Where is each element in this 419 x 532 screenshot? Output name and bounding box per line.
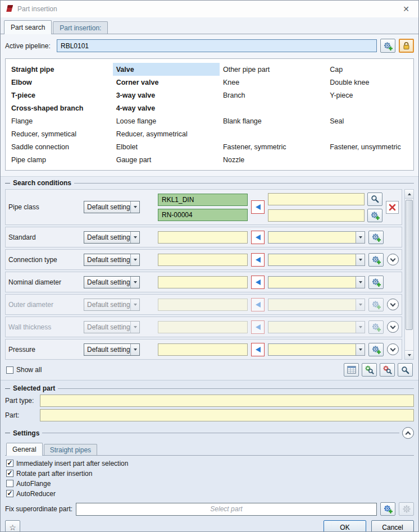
- part-cell-corner-valve[interactable]: Corner valve: [113, 76, 220, 89]
- part-type-input[interactable]: [40, 395, 414, 407]
- part-cell-knee[interactable]: Knee: [220, 76, 326, 89]
- part-cell-nozzle[interactable]: Nozzle: [220, 153, 326, 166]
- part-cell-elbolet[interactable]: Elbolet: [113, 140, 220, 153]
- connection-type-value-input[interactable]: [158, 254, 248, 266]
- lock-pipeline-button[interactable]: [399, 39, 414, 53]
- pressure-transfer-button[interactable]: [251, 343, 265, 356]
- standard-value-input[interactable]: [158, 231, 248, 244]
- nominal-diameter-select-combo[interactable]: [268, 276, 365, 288]
- part-input[interactable]: [40, 409, 414, 421]
- nominal-diameter-transfer-button[interactable]: [251, 276, 265, 289]
- part-cell-cross-shaped-branch[interactable]: Cross-shaped branch: [8, 102, 113, 114]
- standard-transfer-button[interactable]: [251, 231, 265, 244]
- nominal-diameter-value-input[interactable]: [158, 276, 248, 288]
- part-cell-blank-flange[interactable]: Blank flange: [220, 114, 326, 127]
- part-cell-valve[interactable]: Valve: [113, 63, 220, 76]
- connection-type-transfer-button[interactable]: [251, 253, 265, 267]
- connection-type-select-combo[interactable]: [268, 254, 365, 266]
- part-cell-loose-flange[interactable]: Loose flange: [113, 114, 220, 127]
- part-cell-y-piece[interactable]: Y-piece: [326, 89, 411, 102]
- connection-type-setting-combo[interactable]: Default setting: [84, 254, 140, 266]
- pipe-class-value-2[interactable]: [158, 209, 248, 221]
- cancel-button[interactable]: Cancel: [371, 520, 414, 531]
- remove-pipe-class-button[interactable]: [386, 201, 399, 214]
- pipe-class-setting-combo[interactable]: Default setting: [84, 201, 140, 213]
- part-cell-reducer-asymmetrical[interactable]: Reducer, asymmetrical: [113, 127, 220, 140]
- arrow-left-icon: [256, 347, 261, 352]
- search-row-wall-thickness: Wall thickness Default setting: [5, 317, 402, 337]
- outer-diameter-expand-button[interactable]: [387, 299, 399, 310]
- part-cell-straight-pipe[interactable]: Straight pipe: [8, 63, 113, 76]
- scroll-track[interactable]: [405, 199, 413, 350]
- pressure-select-combo[interactable]: [268, 343, 365, 356]
- collapse-settings-button[interactable]: [402, 427, 414, 439]
- fix-part-select-button[interactable]: [380, 502, 395, 516]
- pipe-class-search-input-2[interactable]: [268, 209, 365, 222]
- nominal-diameter-setting-combo[interactable]: Default setting: [84, 276, 140, 288]
- standard-setting-combo[interactable]: Default setting: [84, 231, 140, 244]
- active-pipeline-input[interactable]: [57, 39, 377, 52]
- part-table-button[interactable]: [344, 363, 359, 377]
- connection-type-expand-button[interactable]: [387, 254, 399, 265]
- show-all-checkbox[interactable]: ✓ Show all: [6, 365, 42, 375]
- start-search-button[interactable]: [398, 363, 413, 377]
- wall-thickness-select-combo: [268, 321, 365, 333]
- search-settings-green-button[interactable]: [362, 363, 377, 377]
- part-cell-4-way-valve[interactable]: 4-way valve: [113, 102, 220, 114]
- new-pipeline-button[interactable]: [380, 39, 395, 53]
- fix-part-settings-button: [399, 502, 414, 516]
- pressure-value-input[interactable]: [158, 343, 248, 356]
- part-cell-saddle-connection[interactable]: Saddle connection: [8, 140, 113, 153]
- tab-part-search[interactable]: Part search: [4, 20, 52, 34]
- part-cell-pipe-clamp[interactable]: Pipe clamp: [8, 153, 113, 166]
- pressure-expand-button[interactable]: [387, 343, 399, 355]
- ok-button[interactable]: OK: [324, 520, 366, 531]
- favorites-button[interactable]: ☆: [5, 520, 20, 531]
- part-cell-flange[interactable]: Flange: [8, 114, 113, 127]
- pipe-class-transfer-button[interactable]: [251, 200, 265, 214]
- part-cell-gauge-part[interactable]: Gauge part: [113, 153, 220, 166]
- wall-thickness-expand-button[interactable]: [387, 321, 399, 333]
- connection-type-add-button[interactable]: [368, 253, 384, 267]
- close-icon[interactable]: ✕: [398, 2, 414, 16]
- part-cell-branch[interactable]: Branch: [220, 89, 326, 102]
- check-icon: ✓: [7, 470, 12, 476]
- part-cell-cap[interactable]: Cap: [326, 63, 411, 76]
- tab-general[interactable]: General: [6, 443, 43, 456]
- checkbox-autoflange[interactable]: ✓ AutoFlange: [6, 479, 414, 488]
- search-settings-red-button[interactable]: [380, 363, 395, 377]
- standard-add-button[interactable]: [368, 231, 384, 244]
- checkbox-immediately-insert[interactable]: ✓ Immediately insert part after selectio…: [6, 458, 414, 468]
- part-cell-double-knee[interactable]: Double knee: [326, 76, 411, 89]
- standard-select-combo[interactable]: [268, 231, 365, 244]
- part-cell-empty: [326, 153, 411, 166]
- pipe-class-search-button[interactable]: [367, 192, 382, 206]
- checkbox-rotate-part[interactable]: ✓ Rotate part after insertion: [6, 469, 414, 478]
- scroll-up-button[interactable]: [405, 190, 413, 199]
- pipe-class-value-1[interactable]: [158, 194, 248, 206]
- pipe-class-search-input-1[interactable]: [268, 193, 365, 205]
- checkbox-autoreducer[interactable]: ✓ AutoReducer: [6, 489, 414, 498]
- pressure-setting-combo[interactable]: Default setting: [84, 343, 140, 356]
- part-cell-3-way-valve[interactable]: 3-way valve: [113, 89, 220, 102]
- scroll-thumb[interactable]: [406, 200, 413, 330]
- window-title: Part insertion: [17, 5, 398, 13]
- search-row-nominal-diameter: Nominal diameter Default setting: [5, 272, 402, 292]
- fix-superordinate-input[interactable]: [76, 503, 377, 516]
- arrow-left-icon: [256, 204, 261, 210]
- part-cell-t-piece[interactable]: T-piece: [8, 89, 113, 102]
- tab-straight-pipes[interactable]: Straight pipes: [44, 444, 97, 455]
- part-cell-reducer-symmetrical[interactable]: Reducer, symmetical: [8, 127, 113, 140]
- nominal-diameter-add-button[interactable]: [368, 276, 384, 289]
- pressure-add-button[interactable]: [368, 343, 384, 356]
- scroll-down-button[interactable]: [405, 350, 413, 359]
- part-cell-fastener-symmetric[interactable]: Fastener, symmetric: [220, 140, 326, 153]
- part-cell-seal[interactable]: Seal: [326, 114, 411, 127]
- part-cell-elbow[interactable]: Elbow: [8, 76, 113, 89]
- part-cell-other-pipe-part[interactable]: Other pipe part: [220, 63, 326, 76]
- pipe-class-add-button[interactable]: [367, 209, 382, 222]
- part-cell-fastener-unsymmetric[interactable]: Fastener, unsymmetric: [326, 140, 411, 153]
- star-icon: ☆: [9, 523, 16, 532]
- search-scrollbar[interactable]: [404, 189, 414, 360]
- tab-part-insertion[interactable]: Part insertion:: [53, 21, 108, 34]
